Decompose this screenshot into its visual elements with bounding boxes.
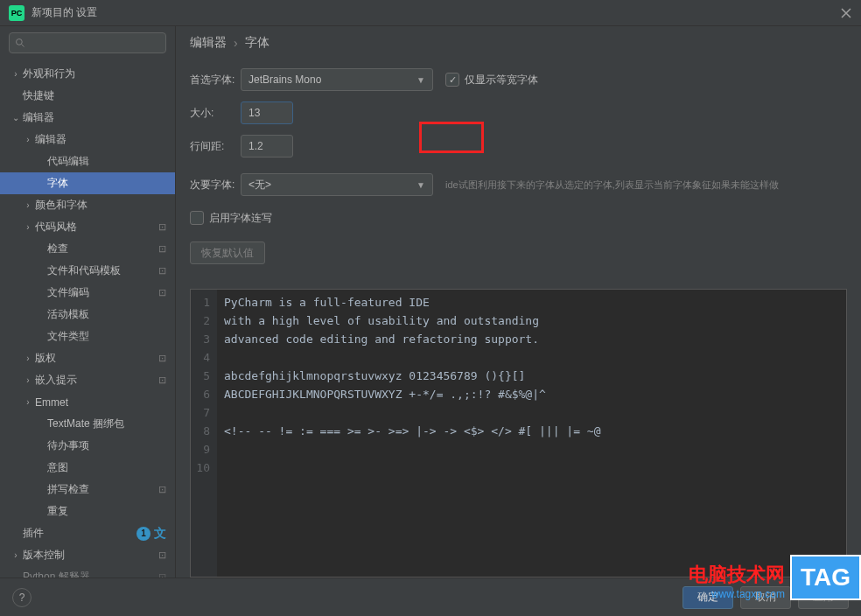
tree-copyright[interactable]: ›版权⊡	[0, 347, 175, 369]
chevron-down-icon: ▼	[416, 180, 425, 190]
tree-vcs[interactable]: ›版本控制⊡	[0, 544, 175, 566]
main-font-select[interactable]: JetBrains Mono ▼	[241, 68, 433, 91]
tree-keymap[interactable]: 快捷键	[0, 85, 175, 107]
content-panel: 编辑器 › 字体 首选字体: JetBrains Mono ▼ 仅显示等宽字体 …	[176, 26, 861, 578]
breadcrumb: 编辑器 › 字体	[176, 26, 861, 60]
settings-tree: ›外观和行为 快捷键 ⌄编辑器 ›编辑器 代码编辑 字体 ›颜色和字体 ›代码风…	[0, 60, 175, 578]
tree-sub-editor[interactable]: ›编辑器	[0, 129, 175, 150]
tree-file-tmpl[interactable]: 文件和代码模板⊡	[0, 260, 175, 282]
tree-color-font[interactable]: ›颜色和字体	[0, 194, 175, 216]
tree-python[interactable]: Python 解释器⊡	[0, 566, 175, 578]
tree-dup[interactable]: 重复	[0, 500, 175, 522]
tree-code-edit[interactable]: 代码编辑	[0, 150, 175, 172]
tree-live-tmpl[interactable]: 活动模板	[0, 304, 175, 326]
fallback-font-label: 次要字体:	[190, 178, 241, 192]
chevron-down-icon: ⌄	[9, 113, 23, 122]
fallback-font-select[interactable]: <无> ▼	[241, 173, 433, 196]
tree-file-enc[interactable]: 文件编码⊡	[0, 282, 175, 304]
window-title: 新项目的 设置	[32, 5, 840, 20]
size-input[interactable]	[241, 102, 293, 124]
scheme-icon: ⊡	[158, 374, 166, 386]
chevron-right-icon: ›	[9, 550, 23, 560]
ligatures-checkbox[interactable]: 启用字体连写	[190, 211, 272, 226]
line-spacing-label: 行间距:	[190, 139, 241, 154]
svg-line-1	[22, 45, 24, 47]
tree-spell[interactable]: 拼写检查⊡	[0, 479, 175, 500]
tree-appearance[interactable]: ›外观和行为	[0, 63, 175, 85]
tree-code-style[interactable]: ›代码风格⊡	[0, 216, 175, 238]
tree-file-types[interactable]: 文件类型	[0, 326, 175, 347]
chevron-down-icon: ▼	[416, 75, 425, 85]
tree-editor[interactable]: ⌄编辑器	[0, 107, 175, 129]
checkbox-icon	[445, 73, 459, 87]
apply-button[interactable]: 应用	[798, 586, 849, 609]
font-preview: 12345678910 PyCharm is a full-featured I…	[190, 289, 847, 578]
main-font-label: 首选字体:	[190, 73, 241, 88]
dialog-footer: ? 确定 取消 应用	[0, 578, 861, 616]
tree-intent[interactable]: 意图	[0, 457, 175, 479]
chevron-right-icon: ›	[21, 200, 35, 210]
scheme-icon: ⊡	[158, 265, 166, 276]
help-button[interactable]: ?	[12, 588, 32, 607]
svg-point-0	[17, 39, 23, 46]
tree-font[interactable]: 字体	[0, 172, 175, 194]
scheme-icon: ⊡	[158, 243, 166, 255]
preview-code: PyCharm is a full-featured IDEwith a hig…	[217, 290, 846, 577]
line-spacing-input[interactable]	[241, 135, 293, 158]
tree-textmate[interactable]: TextMate 捆绑包	[0, 413, 175, 435]
tree-emmet[interactable]: ›Emmet	[0, 391, 175, 413]
scheme-icon: ⊡	[158, 550, 166, 561]
tree-inlay[interactable]: ›嵌入提示⊡	[0, 369, 175, 391]
tree-inspect[interactable]: 检查⊡	[0, 238, 175, 260]
cancel-button[interactable]: 取消	[740, 586, 791, 609]
chevron-right-icon: ›	[21, 375, 35, 385]
app-icon: PC	[9, 5, 24, 21]
mono-only-checkbox[interactable]: 仅显示等宽字体	[445, 73, 538, 88]
tree-todo[interactable]: 待办事项	[0, 435, 175, 457]
update-badge: 1	[136, 527, 150, 541]
titlebar: PC 新项目的 设置	[0, 0, 861, 26]
size-label: 大小:	[190, 106, 241, 121]
scheme-icon: ⊡	[158, 353, 166, 364]
chevron-right-icon: ›	[21, 397, 35, 407]
lang-icon: 文	[154, 526, 166, 542]
sidebar: ›外观和行为 快捷键 ⌄编辑器 ›编辑器 代码编辑 字体 ›颜色和字体 ›代码风…	[0, 26, 176, 578]
chevron-right-icon: ›	[234, 36, 238, 50]
chevron-right-icon: ›	[9, 69, 23, 79]
close-icon[interactable]	[840, 7, 852, 19]
gutter: 12345678910	[191, 290, 217, 577]
restore-defaults-button[interactable]: 恢复默认值	[190, 242, 265, 264]
chevron-right-icon: ›	[21, 354, 35, 363]
chevron-right-icon: ›	[21, 222, 35, 232]
chevron-right-icon: ›	[21, 135, 35, 144]
scheme-icon: ⊡	[158, 571, 166, 578]
search-box[interactable]	[9, 32, 166, 53]
checkbox-icon	[190, 211, 204, 225]
scheme-icon: ⊡	[158, 484, 166, 495]
search-icon	[15, 37, 25, 49]
ok-button[interactable]: 确定	[682, 586, 733, 609]
scheme-icon: ⊡	[158, 221, 166, 233]
crumb-font: 字体	[245, 35, 270, 51]
tree-plugins[interactable]: 插件1文	[0, 522, 175, 544]
fallback-hint: ide试图利用接下来的字体从选定的字体,列表显示当前字体象征如果未能这样做	[445, 178, 779, 192]
search-input[interactable]	[29, 37, 160, 49]
scheme-icon: ⊡	[158, 287, 166, 298]
crumb-editor[interactable]: 编辑器	[190, 35, 227, 51]
